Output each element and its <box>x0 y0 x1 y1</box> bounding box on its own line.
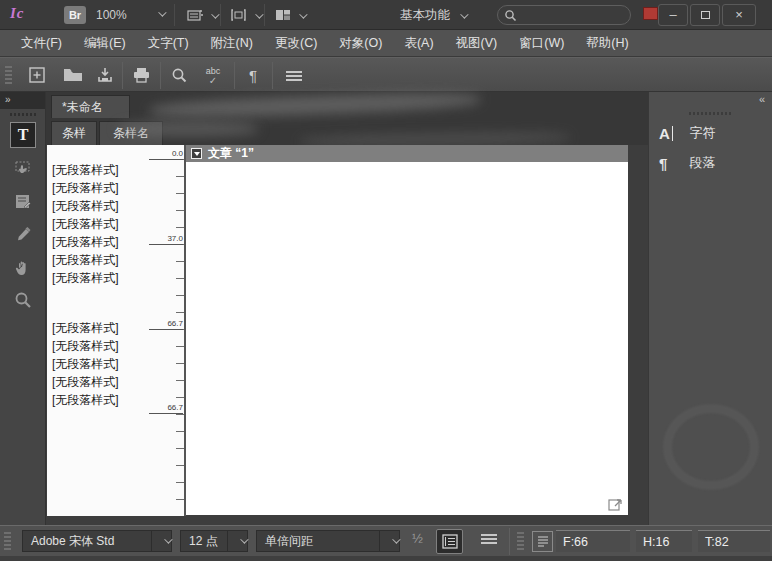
show-hidden-characters-button[interactable]: ¶ <box>240 63 266 88</box>
note-tool[interactable] <box>10 188 36 214</box>
view-options-icon <box>186 7 204 23</box>
separator <box>174 4 175 26</box>
minimize-button[interactable]: – <box>658 4 688 26</box>
menu-view[interactable]: 视图(V) <box>445 30 509 56</box>
copyfit-progress-icon[interactable] <box>532 531 553 552</box>
bridge-button[interactable]: Br <box>64 6 86 24</box>
tab-galley-view[interactable]: 条样 <box>51 121 97 145</box>
new-document-button[interactable] <box>24 63 50 88</box>
separator <box>509 528 510 555</box>
character-panel-label: 字符 <box>689 120 715 146</box>
line-numbers-icon[interactable]: ½ <box>412 531 423 546</box>
panel-item-paragraph[interactable]: ¶ 段落 <box>659 150 767 176</box>
panel-grip[interactable] <box>689 112 733 115</box>
separator <box>234 62 235 89</box>
screen-mode-dropdown[interactable] <box>230 5 261 25</box>
menu-edit[interactable]: 编辑(E) <box>73 30 137 56</box>
paragraph-style-row[interactable]: [无段落样式] <box>52 373 184 391</box>
spell-check-button[interactable]: abc ✓ <box>200 63 226 88</box>
zoom-tool[interactable] <box>10 286 36 312</box>
statusbar-menu-button[interactable] <box>479 526 499 557</box>
workspace-label: 基本功能 <box>400 8 450 22</box>
chevron-down-icon <box>151 531 171 551</box>
folder-icon <box>63 66 83 84</box>
document-lines-icon <box>536 535 550 548</box>
menu-changes[interactable]: 更改(C) <box>264 30 328 56</box>
spell-check-icon: abc ✓ <box>206 66 221 86</box>
hand-tool[interactable] <box>10 254 36 280</box>
status-bar: Adobe 宋体 Std 12 点 单倍间距 ½ <box>0 525 772 556</box>
menu-window[interactable]: 窗口(W) <box>508 30 575 56</box>
chevron-down-icon <box>379 531 399 551</box>
story-header-bar[interactable]: 文章 “1” <box>186 145 628 162</box>
save-document-button[interactable] <box>92 63 118 88</box>
story-text-area[interactable] <box>186 162 628 515</box>
paragraph-style-row[interactable]: [无段落样式] <box>52 179 184 197</box>
arrange-documents-icon <box>274 7 292 23</box>
galley-style-column: [无段落样式] [无段落样式] [无段落样式] [无段落样式] [无段落样式] … <box>47 145 184 516</box>
statusbar-grip[interactable] <box>517 532 524 551</box>
tools-panel-grip[interactable] <box>10 113 36 116</box>
eyedropper-tool[interactable] <box>10 222 36 248</box>
printer-icon <box>132 66 151 84</box>
statusbar-grip[interactable] <box>4 532 11 551</box>
menu-notes[interactable]: 附注(N) <box>200 30 264 56</box>
new-document-icon <box>28 66 46 84</box>
window-bottom-edge <box>0 556 772 561</box>
chevron-down-icon <box>227 531 247 551</box>
collapse-panel-icon[interactable]: « <box>759 93 764 105</box>
maximize-button[interactable] <box>690 4 720 26</box>
leading-select[interactable]: 单倍间距 <box>256 530 400 552</box>
position-tool[interactable] <box>10 154 36 180</box>
copyfit-stat-t: T:82 <box>698 530 770 552</box>
search-input[interactable] <box>522 7 626 23</box>
view-options-dropdown[interactable] <box>186 5 217 25</box>
find-button[interactable] <box>166 63 192 88</box>
zoom-level-dropdown[interactable]: 100% <box>96 5 164 25</box>
menu-object[interactable]: 对象(O) <box>328 30 393 56</box>
panel-item-character[interactable]: A 字符 <box>659 120 767 146</box>
font-size-select[interactable]: 12 点 <box>180 530 248 552</box>
paragraph-style-row[interactable]: [无段落样式] <box>52 215 184 233</box>
chevron-down-icon <box>255 10 263 18</box>
menu-help[interactable]: 帮助(H) <box>575 30 639 56</box>
menu-bar: 文件(F) 编辑(E) 文字(T) 附注(N) 更改(C) 对象(O) 表(A)… <box>0 30 772 57</box>
paragraph-style-row[interactable]: [无段落样式] <box>52 355 184 373</box>
arrange-documents-dropdown[interactable] <box>274 5 305 25</box>
application-toolbar: abc ✓ ¶ <box>0 57 772 92</box>
paragraph-style-row[interactable]: [无段落样式] <box>52 161 184 179</box>
font-family-select[interactable]: Adobe 宋体 Std <box>22 530 172 552</box>
collapse-triangle-icon[interactable] <box>191 148 202 159</box>
workspace-switcher[interactable]: 基本功能 <box>400 5 466 25</box>
menu-file[interactable]: 文件(F) <box>10 30 73 56</box>
document-tab[interactable]: *未命名 <box>51 95 130 118</box>
incopy-window: Ic Br 100% 基 <box>0 0 772 561</box>
separator <box>264 4 265 26</box>
magnifier-icon <box>13 290 33 310</box>
open-document-button[interactable] <box>60 63 86 88</box>
search-box[interactable] <box>497 5 631 25</box>
watermark <box>663 404 759 490</box>
menu-type[interactable]: 文字(T) <box>137 30 200 56</box>
menu-icon <box>481 534 497 544</box>
print-button[interactable] <box>128 63 154 88</box>
copyfit-info-button[interactable] <box>436 529 463 554</box>
paragraph-style-row[interactable]: [无段落样式] <box>52 269 184 287</box>
story-title: 文章 “1” <box>208 145 254 162</box>
paragraph-style-row[interactable]: [无段落样式] <box>52 197 184 215</box>
character-icon: A <box>659 125 685 142</box>
toolbar-menu-button[interactable] <box>281 63 307 88</box>
screen-mode-icon <box>230 7 248 23</box>
toolbar-grip[interactable] <box>5 66 12 86</box>
type-tool[interactable]: T <box>10 122 36 148</box>
notification-badge <box>643 7 658 20</box>
tools-panel-header[interactable]: » <box>0 92 45 109</box>
paragraph-style-row[interactable]: [无段落样式] <box>52 337 184 355</box>
copyfit-stat-f: F:66 <box>556 530 630 552</box>
close-button[interactable]: × <box>722 4 756 26</box>
separator <box>272 62 273 89</box>
paragraph-style-row[interactable]: [无段落样式] <box>52 251 184 269</box>
tab-story-view[interactable]: 条样名 <box>99 121 163 145</box>
separator <box>122 62 123 89</box>
menu-table[interactable]: 表(A) <box>393 30 444 56</box>
